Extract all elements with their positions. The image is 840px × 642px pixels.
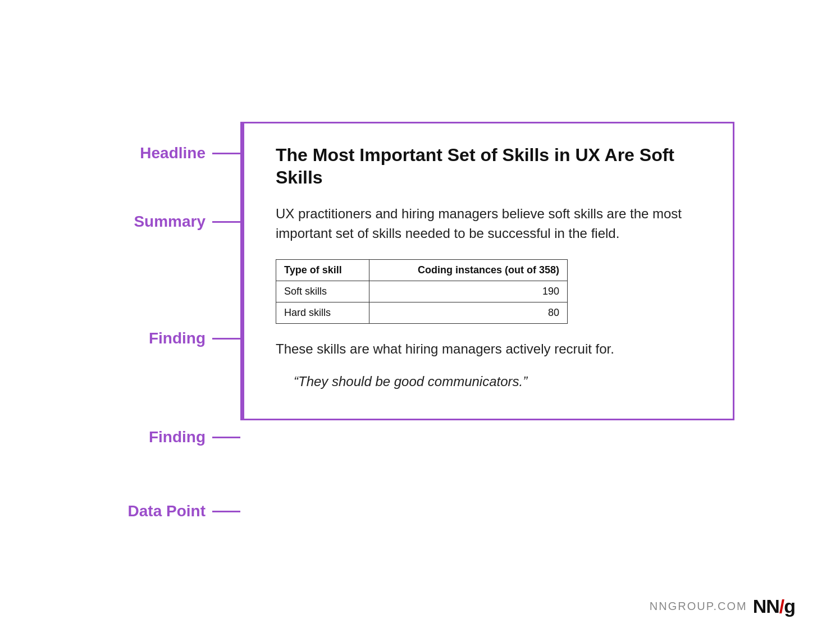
headline-connector-line bbox=[212, 153, 240, 154]
spacer-after-summary bbox=[106, 231, 240, 329]
finding2-label-row: Finding bbox=[106, 428, 240, 446]
table-row: Hard skills 80 bbox=[276, 302, 568, 323]
headline-section: The Most Important Set of Skills in UX A… bbox=[276, 144, 706, 202]
summary-connector-line bbox=[212, 221, 240, 223]
g-letter: g bbox=[784, 595, 795, 617]
page-layout: Headline Summary Finding Finding Data Po bbox=[83, 99, 757, 543]
datapoint-section: “They should be good communicators.” bbox=[276, 372, 706, 392]
nng-mark: NN/g bbox=[753, 595, 795, 617]
spacer-after-finding2 bbox=[106, 446, 240, 502]
spacer-after-finding1 bbox=[106, 347, 240, 428]
datapoint-label: Data Point bbox=[128, 502, 206, 520]
slash-mark: / bbox=[779, 595, 784, 617]
summary-label-row: Summary bbox=[106, 213, 240, 231]
count-hard: 80 bbox=[369, 302, 567, 323]
skill-hard: Hard skills bbox=[276, 302, 369, 323]
finding2-section: These skills are what hiring managers ac… bbox=[276, 340, 706, 373]
datapoint-connector-line bbox=[212, 511, 240, 512]
finding1-label-row: Finding bbox=[106, 329, 240, 347]
finding1-connector-line bbox=[212, 338, 240, 340]
finding2-connector-line bbox=[212, 437, 240, 438]
skills-table: Type of skill Coding instances (out of 3… bbox=[276, 259, 568, 324]
labels-column: Headline Summary Finding Finding Data Po bbox=[106, 122, 240, 520]
headline-text: The Most Important Set of Skills in UX A… bbox=[276, 144, 706, 189]
table-header-coding: Coding instances (out of 358) bbox=[369, 259, 567, 281]
nn-letters: NN bbox=[753, 595, 779, 617]
nngroup-logo: NNGROUP.COM NN/g bbox=[650, 595, 795, 617]
summary-text: UX practitioners and hiring managers bel… bbox=[276, 204, 706, 244]
box-content-inner: The Most Important Set of Skills in UX A… bbox=[242, 123, 733, 419]
finding2-label: Finding bbox=[149, 428, 206, 446]
summary-section: UX practitioners and hiring managers bel… bbox=[276, 202, 706, 259]
count-soft: 190 bbox=[369, 281, 567, 302]
finding1-label: Finding bbox=[149, 329, 206, 347]
finding2-text: These skills are what hiring managers ac… bbox=[276, 340, 706, 359]
content-box: The Most Important Set of Skills in UX A… bbox=[240, 122, 734, 420]
nngroup-text: NNGROUP.COM bbox=[650, 600, 747, 613]
headline-label-row: Headline bbox=[106, 144, 240, 162]
vertical-accent-line bbox=[242, 123, 244, 419]
table-row: Soft skills 190 bbox=[276, 281, 568, 302]
datapoint-label-row: Data Point bbox=[106, 502, 240, 520]
spacer-after-headline bbox=[106, 162, 240, 213]
datapoint-text: “They should be good communicators.” bbox=[276, 372, 706, 392]
skill-soft: Soft skills bbox=[276, 281, 369, 302]
content-area: The Most Important Set of Skills in UX A… bbox=[240, 122, 734, 420]
finding1-section: Type of skill Coding instances (out of 3… bbox=[276, 259, 706, 340]
summary-label: Summary bbox=[134, 213, 206, 231]
table-header-skill: Type of skill bbox=[276, 259, 369, 281]
headline-label: Headline bbox=[140, 144, 206, 162]
